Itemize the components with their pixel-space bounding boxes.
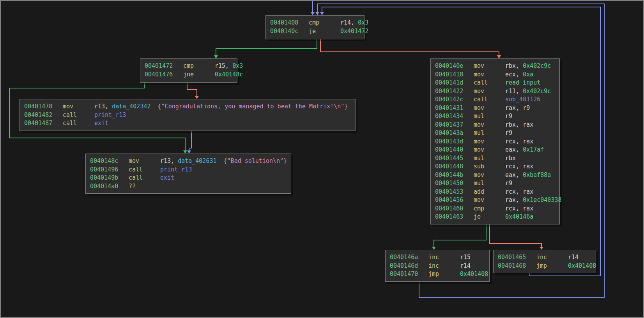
instruction-line-00401434[interactable]: 00401434mulr9: [431, 112, 559, 121]
instruction-line-0040148c[interactable]: 0040148cmovr13, data_402631 {"Bad soluti…: [86, 157, 291, 166]
arrowhead-icon: [187, 150, 191, 154]
instruction-address: 00401445: [435, 154, 474, 163]
instruction-line-00401470[interactable]: 00401470jmp0x401408: [386, 270, 489, 279]
instruction-line-00401445[interactable]: 00401445mulrbx: [431, 154, 559, 163]
instruction-line-0040144b[interactable]: 0040144bmoveax, 0xbaf88a: [431, 171, 559, 180]
instruction-line-00401448[interactable]: 00401448subrcx, rax: [431, 163, 559, 171]
operand-token-reg: r14: [568, 254, 579, 261]
basic-block-40140e[interactable]: 0040140emovrbx, 0x402c9c00401418movecx, …: [430, 58, 560, 224]
instruction-address: 00401440: [435, 146, 474, 154]
operand-token-reg: r9: [505, 129, 512, 136]
instruction-mnemonic: call: [63, 111, 94, 120]
instruction-line-00401465[interactable]: 00401465incr14: [494, 253, 596, 262]
operand-token-reg: rcx, rax: [505, 163, 533, 170]
instruction-line-0040143d[interactable]: 0040143dmovrcx, rax: [431, 138, 559, 146]
instruction-address: 00401434: [435, 112, 474, 121]
instruction-line-00401431[interactable]: 00401431movrax, r9: [431, 104, 559, 113]
instruction-line-00401496[interactable]: 00401496callprint_r13: [86, 166, 291, 174]
instruction-address: 0040141d: [435, 79, 474, 87]
cfg-graph-view[interactable]: 00401408cmpr14, 0x30040140cje0x401472004…: [0, 0, 644, 318]
operand-token-reg: eax,: [505, 146, 523, 153]
instruction-address: 0040146a: [390, 253, 428, 262]
instruction-operands: rcx, rax: [505, 138, 533, 146]
instruction-operands: rbx, 0x402c9c: [505, 62, 551, 71]
operand-token-func: exit: [160, 174, 174, 181]
instruction-address: 00401487: [24, 119, 63, 128]
instruction-address: 00401476: [145, 71, 183, 79]
instruction-mnemonic: mov: [129, 157, 160, 166]
basic-block-40146a[interactable]: 0040146aincr150040146dincr1400401470jmp0…: [385, 250, 490, 282]
instruction-line-00401487[interactable]: 00401487callexit: [20, 119, 355, 128]
operand-token-reg: r9: [505, 113, 512, 120]
operand-token-reg: rbx: [505, 155, 516, 162]
operand-token-reg: rbx,: [505, 62, 523, 69]
instruction-operands: 0x40148c: [215, 71, 243, 79]
operand-token-reg: ecx,: [505, 71, 523, 78]
instruction-line-0040149b[interactable]: 0040149bcallexit: [86, 174, 291, 182]
operand-token-reg: rcx, rax: [505, 138, 533, 145]
instruction-operands: rcx, rax: [505, 163, 533, 171]
instruction-mnemonic: ??: [129, 182, 160, 191]
instruction-operands: eax, 0xbaf88a: [505, 171, 551, 180]
arrowhead-icon: [497, 55, 501, 58]
basic-block-401465[interactable]: 00401465incr1400401468jmp0x401408: [493, 250, 596, 273]
instruction-line-00401450[interactable]: 00401450mulr9: [431, 179, 559, 188]
instruction-operands: r9: [505, 179, 512, 188]
basic-block-401408[interactable]: 00401408cmpr14, 0x30040140cje0x401472: [265, 15, 364, 39]
basic-block-40148c[interactable]: 0040148cmovr13, data_402631 {"Bad soluti…: [85, 154, 291, 194]
instruction-line-0040140e[interactable]: 0040140emovrbx, 0x402c9c: [431, 62, 559, 71]
instruction-line-004014a0[interactable]: 004014a0??: [86, 182, 291, 191]
instruction-line-00401456[interactable]: 00401456movrax, 0x1ec040338: [431, 196, 559, 205]
instruction-line-0040141d[interactable]: 0040141dcallread_input: [431, 79, 559, 87]
instruction-operands: r13, data_402342 {"Congradulations, you …: [94, 102, 348, 111]
instruction-line-0040146a[interactable]: 0040146aincr15: [386, 253, 489, 262]
instruction-line-00401418[interactable]: 00401418movecx, 0xa: [431, 71, 559, 79]
instruction-address: 00401465: [498, 253, 536, 262]
instruction-line-00401422[interactable]: 00401422movr11, 0x402c9c: [431, 87, 559, 96]
arrowhead-icon: [320, 12, 324, 15]
cfg-edge-true_branch-40140e-to-40146a: [432, 222, 486, 250]
instruction-line-00401453[interactable]: 00401453addrcx, rax: [431, 188, 559, 196]
instruction-mnemonic: mul: [474, 129, 505, 138]
instruction-address: 0040146d: [390, 262, 428, 270]
instruction-line-00401440[interactable]: 00401440moveax, 0x17af: [431, 146, 559, 154]
instruction-line-00401463[interactable]: 00401463je0x40146a: [431, 213, 559, 221]
instruction-mnemonic: call: [63, 119, 94, 128]
instruction-line-0040146d[interactable]: 0040146dincr14: [386, 262, 489, 270]
instruction-mnemonic: mov: [474, 87, 505, 96]
instruction-address: 004014a0: [90, 182, 129, 191]
instruction-operands: rcx, rax: [505, 205, 533, 213]
instruction-operands: read_input: [505, 79, 540, 87]
instruction-line-00401472[interactable]: 00401472cmpr15, 0x3: [140, 62, 237, 71]
instruction-address: 00401482: [24, 111, 63, 120]
operand-token-brace: }: [283, 157, 287, 164]
operand-token-reg: eax,: [505, 171, 523, 178]
instruction-line-0040142c[interactable]: 0040142ccallsub_401126: [431, 95, 559, 104]
basic-block-401472[interactable]: 00401472cmpr15, 0x300401476jne0x40148c: [140, 58, 237, 83]
instruction-mnemonic: mul: [474, 112, 505, 121]
instruction-line-00401478[interactable]: 00401478movr13, data_402342 {"Congradula…: [20, 102, 355, 111]
instruction-line-00401482[interactable]: 00401482callprint_r13: [20, 111, 355, 120]
instruction-line-0040140c[interactable]: 0040140cje0x401472: [266, 27, 364, 36]
instruction-line-00401468[interactable]: 00401468jmp0x401408: [494, 262, 596, 270]
operand-token-brace: }: [344, 103, 348, 110]
instruction-operands: r15: [460, 253, 471, 262]
basic-block-401478[interactable]: 00401478movr13, data_402342 {"Congradula…: [19, 99, 356, 131]
instruction-line-0040143a[interactable]: 0040143amulr9: [431, 129, 559, 138]
instruction-address: 00401470: [390, 270, 428, 279]
instruction-line-00401476[interactable]: 00401476jne0x40148c: [140, 71, 237, 79]
instruction-operands: rax, r9: [505, 104, 530, 113]
operand-token-imm: 0x40148c: [215, 71, 243, 78]
instruction-operands: r14: [568, 253, 579, 262]
instruction-line-00401408[interactable]: 00401408cmpr14, 0x3: [266, 19, 364, 27]
instruction-line-00401437[interactable]: 00401437movrbx, rax: [431, 121, 559, 129]
operand-token-str: "Bad solution\n": [227, 157, 284, 164]
instruction-mnemonic: mov: [474, 146, 505, 154]
instruction-line-00401460[interactable]: 00401460cmprcx, rax: [431, 205, 559, 213]
operand-token-imm: 0x401408: [460, 270, 488, 277]
instruction-operands: r13, data_402631 {"Bad solution\n"}: [160, 157, 287, 166]
instruction-address: 0040143a: [435, 129, 474, 138]
instruction-operands: 0x40146a: [505, 213, 533, 221]
instruction-mnemonic: mov: [63, 102, 94, 111]
arrowhead-icon: [432, 247, 436, 250]
